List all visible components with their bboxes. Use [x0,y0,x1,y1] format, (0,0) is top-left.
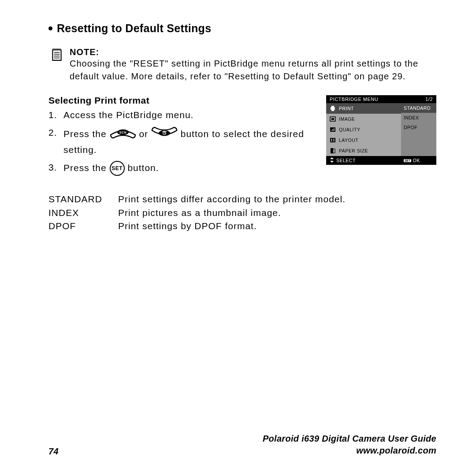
quality-icon [330,126,336,133]
lcd-item-image: IMAGE [326,114,401,124]
heading-text: Resetting to Default Settings [57,22,211,34]
definition-desc: Print settings differ according to the p… [118,193,346,206]
svg-rect-11 [331,130,332,131]
scn-button-icon: SCN [110,126,136,143]
step-text: Access the PictBridge menu. [63,108,193,122]
definition-desc: Print pictures as a thumbnail image. [118,206,281,219]
lcd-item-layout: LAYOUT [326,135,401,145]
lcd-item-paper-size: PAPER SIZE [326,145,401,156]
step-number: 2. [48,126,58,156]
paper-size-icon [330,148,336,154]
step-number: 1. [48,108,58,122]
step-2: 2. Press the SCN or [48,126,313,156]
set-badge-icon: SET [404,159,411,162]
definition-term: INDEX [48,206,110,219]
page-number: 74 [48,446,59,457]
svg-rect-9 [331,118,334,120]
lcd-footer-select: SELECT [336,158,356,163]
definition-desc: Print settings by DPOF format. [118,219,257,233]
lcd-item-quality: QUALITY [326,124,401,135]
definition-row: STANDARD Print settings differ according… [48,193,436,206]
layout-icon [330,137,336,143]
svg-rect-14 [330,138,335,142]
svg-rect-17 [331,141,332,142]
lcd-title: PICTBRIDGE MENU [330,97,378,102]
lcd-page-indicator: 1/2 [425,97,433,102]
step-3: 3. Press the SET button. [48,161,313,176]
lcd-header: PICTBRIDGE MENU 1/2 [326,95,436,103]
svg-rect-6 [331,109,334,111]
step-number: 3. [48,161,58,176]
page-footer: 74 Polaroid i639 Digital Camera User Gui… [48,433,436,457]
svg-rect-12 [332,129,333,131]
svg-rect-13 [334,128,335,131]
svg-rect-15 [331,139,332,140]
definition-row: DPOF Print settings by DPOF format. [48,219,436,233]
svg-point-7 [334,108,335,108]
definitions-list: STANDARD Print settings differ according… [48,193,436,233]
set-button-icon: SET [110,161,125,176]
bullet-icon [48,26,52,30]
note-text: Choosing the "RESET" setting in PictBrid… [70,57,436,83]
svg-rect-18 [333,141,335,142]
step-text: Press the SCN or [63,126,313,156]
footer-url: www.polaroid.com [263,445,436,457]
lcd-option-standard: STANDARD [401,103,436,113]
svg-rect-5 [331,106,334,107]
printer-icon [330,105,336,112]
updown-arrow-icon [330,157,334,164]
svg-rect-16 [333,139,335,140]
lcd-right-column: STANDARD INDEX DPOF [401,103,436,156]
step-1: 1. Access the PictBridge menu. [48,108,313,122]
lcd-option-dpof: DPOF [401,123,436,132]
definition-term: STANDARD [48,193,110,206]
note-block: NOTE: Choosing the "RESET" setting in Pi… [48,47,436,83]
lcd-left-column: PRINT IMAGE QUALITY [326,103,401,156]
definition-term: DPOF [48,219,110,233]
note-label: NOTE: [70,47,436,57]
image-icon [330,116,336,122]
definition-row: INDEX Print pictures as a thumbnail imag… [48,206,436,219]
svg-text:SCN: SCN [119,131,126,134]
notepad-icon [51,48,63,63]
lcd-item-print: PRINT [326,103,401,114]
step-text: Press the SET button. [63,161,159,176]
lcd-option-index: INDEX [401,113,436,123]
subsection-heading: Selecting Print format [48,95,313,106]
footer-guide-title: Polaroid i639 Digital Camera User Guide [263,433,436,445]
section-heading: Resetting to Default Settings [48,22,436,35]
lcd-footer-ok: OK [413,158,420,163]
steps-list: 1. Access the PictBridge menu. 2. Press … [48,108,313,176]
lcd-menu-screenshot: PICTBRIDGE MENU 1/2 PRINT IMAGE [326,95,436,165]
lcd-footer: SELECT SET OK [326,156,436,165]
timer-button-icon [151,126,178,143]
